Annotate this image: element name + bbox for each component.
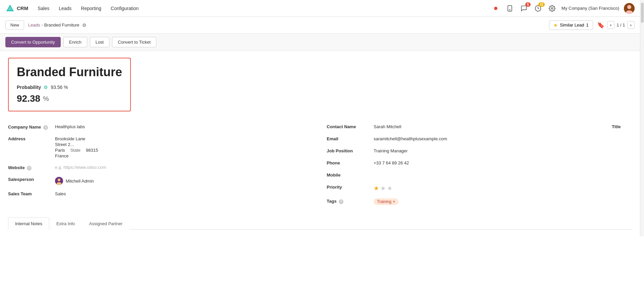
lost-button[interactable]: Lost [90,37,110,47]
tab-internal-notes[interactable]: Internal Notes [8,217,49,230]
priority-star-1[interactable]: ★ [374,185,379,192]
svg-point-10 [58,179,60,181]
address-line1[interactable]: Brookside Lane [55,136,313,141]
similar-lead-section: ★ Similar Lead 1 [549,20,593,30]
company-name: My Company (San Francisco) [561,6,619,11]
priority-star-2[interactable]: ★ [380,185,386,192]
priority-label: Priority [327,184,374,190]
probability-number[interactable]: 92.38 [17,93,40,104]
website-label: Website ? [8,164,55,170]
phone-icon[interactable] [505,4,515,13]
similar-lead-label: Similar Lead [560,22,584,28]
topnav-right-section: 6 32 My Company (San Francisco) [491,3,635,14]
address-state-value[interactable]: 98315 [86,148,98,153]
user-avatar[interactable] [624,3,635,14]
salesperson-avatar [55,177,63,185]
tag-label: Training [377,199,391,204]
breadcrumb-current: Branded Furniture [44,22,79,28]
bookmark-icon[interactable]: 🔖 [597,21,604,29]
contact-name-label: Contact Name [327,124,374,129]
pager-prev-button[interactable]: ‹ [607,21,614,29]
salesperson-label: Salesperson [8,176,55,182]
probability-ai-value: 93.56 % [51,85,68,90]
lead-title[interactable]: Branded Furniture [17,65,122,79]
job-position-value[interactable]: Training Manager [374,148,632,153]
probability-percent: % [43,95,49,103]
tag-training: Training × [374,198,398,205]
nav-item-leads[interactable]: Leads [55,4,75,13]
tags-help-icon[interactable]: ? [339,199,343,204]
email-label: Email [327,136,374,141]
nav-item-configuration[interactable]: Configuration [107,4,143,13]
chat-badge: 6 [525,2,531,7]
breadcrumb: Leads › Branded Furniture ⚙ [28,22,87,28]
company-name-value[interactable]: Healthplus labs [55,124,313,129]
tabs-bar: Internal Notes Extra Info Assigned Partn… [8,217,632,230]
sales-team-row: Sales Team Sales [8,188,313,200]
similar-lead-button[interactable]: ★ Similar Lead 1 [549,20,593,30]
clock-badge: 32 [538,2,545,7]
similar-lead-count: 1 [586,22,589,28]
lead-title-card: Branded Furniture Probability ⚙ 93.56 % … [8,58,131,111]
address-line2[interactable]: Street 2... [55,142,313,147]
status-dot-icon[interactable] [491,4,500,13]
nav-item-sales[interactable]: Sales [34,4,53,13]
breadcrumb-leads[interactable]: Leads [28,22,40,28]
priority-row: Priority ★ ★ ★ [327,181,632,195]
breadcrumb-right: 🔖 ‹ 1 / 1 › [597,21,635,29]
clock-icon[interactable]: 32 [533,4,543,13]
pager-next-button[interactable]: › [627,21,635,29]
company-name-help-icon[interactable]: ? [43,125,48,130]
nav-item-reporting[interactable]: Reporting [77,4,105,13]
tab-assigned-partner[interactable]: Assigned Partner [82,217,130,230]
tags-label: Tags ? [327,198,374,204]
mobile-row: Mobile [327,169,632,181]
sales-team-value[interactable]: Sales [55,191,313,196]
phone-value[interactable]: +33 7 64 89 26 42 [374,160,632,165]
tab-extra-info[interactable]: Extra Info [49,217,82,230]
sales-team-label: Sales Team [8,191,55,196]
pager: ‹ 1 / 1 › [607,21,635,29]
form-right: Contact Name Sarah Mitchell Title Email … [327,121,632,208]
website-row: Website ? e.g. https://www.odoo.com [8,161,313,174]
website-help-icon[interactable]: ? [27,166,32,170]
form-left: Company Name ? Healthplus labs Address B… [8,121,313,208]
email-value[interactable]: saramitchell@healthplusexample.com [374,136,632,141]
job-position-row: Job Position Training Manager [327,145,632,157]
mobile-value[interactable] [374,172,632,172]
scrollbar[interactable] [640,0,644,236]
company-name-row: Company Name ? Healthplus labs [8,121,313,133]
new-button[interactable]: New [5,20,24,30]
record-settings-icon[interactable]: ⚙ [82,22,87,28]
convert-opportunity-button[interactable]: Convert to Opportunity [5,37,61,47]
settings-icon[interactable] [547,4,557,13]
address-value: Brookside Lane Street 2... Paris State 9… [55,136,313,158]
address-row: Address Brookside Lane Street 2... Paris… [8,133,313,161]
probability-input-row: 92.38 % [17,93,122,104]
tag-remove-icon[interactable]: × [393,199,395,204]
title-label: Title [612,124,632,129]
breadcrumb-bar: New Leads › Branded Furniture ⚙ ★ Simila… [0,17,640,34]
scrollbar-thumb[interactable] [641,3,644,23]
company-name-label: Company Name ? [8,124,55,130]
priority-star-group: ★ ★ ★ [374,185,632,192]
contact-name-value[interactable]: Sarah Mitchell [374,124,605,129]
convert-ticket-button[interactable]: Convert to Ticket [112,37,156,47]
app-logo[interactable]: CRM [5,4,28,13]
chat-icon[interactable]: 6 [519,4,529,13]
address-country[interactable]: France [55,153,313,158]
phone-label: Phone [327,160,374,165]
probability-ai-icon: ⚙ [44,85,48,90]
salesperson-name[interactable]: Mitchell Admin [66,179,94,184]
tags-value: Training × [374,198,632,205]
priority-star-3[interactable]: ★ [387,185,392,192]
app-name: CRM [17,5,28,11]
contact-name-row: Contact Name Sarah Mitchell Title [327,121,632,133]
mobile-label: Mobile [327,172,374,178]
svg-point-3 [509,9,510,10]
address-city[interactable]: Paris [55,148,65,153]
website-value[interactable]: e.g. https://www.odoo.com [55,164,313,170]
enrich-button[interactable]: Enrich [63,37,87,47]
svg-point-5 [551,7,553,9]
address-state-label: State [70,148,80,153]
